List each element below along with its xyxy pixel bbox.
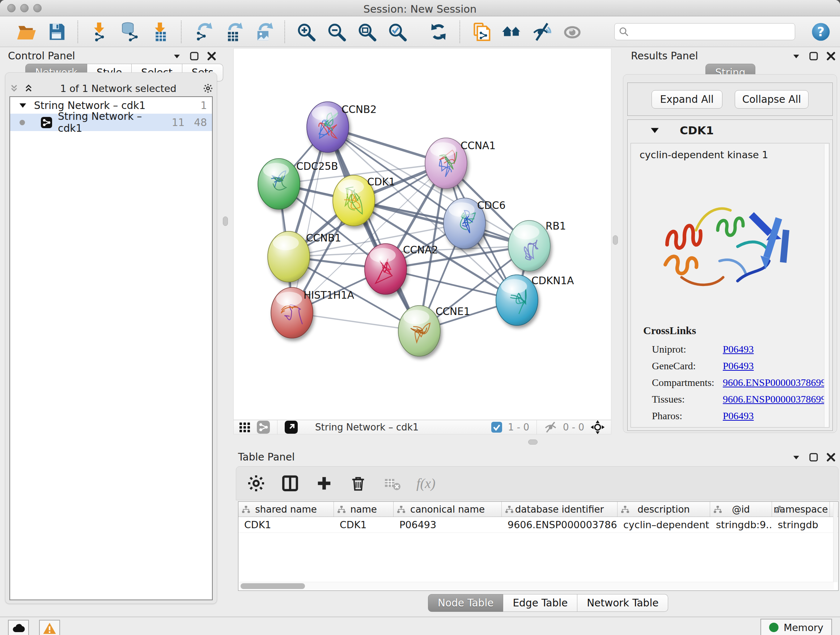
network-view-toolbar: String Network – cdk1 1 - 0 0 - 0 [233,420,611,434]
export-image-button[interactable] [252,21,275,43]
table-vertical-scrollbar[interactable] [833,502,837,582]
control-panel-menu-icon[interactable] [172,51,182,61]
zoom-out-icon [326,22,347,42]
network-node-hist1h1a[interactable]: HIST1H1A [271,287,354,338]
expand-all-networks-icon[interactable] [24,84,33,93]
column-header-description[interactable]: description [617,502,710,516]
node-label: CCNB1 [306,232,341,244]
results-scrollbar[interactable] [824,144,829,427]
collection-label: String Network – cdk1 [34,100,191,111]
new-network-from-selection-button[interactable] [470,21,493,43]
scrollbar-thumb[interactable] [240,583,305,589]
collapse-all-button[interactable]: Collapse All [735,90,809,109]
table-row[interactable]: CDK1CDK1P064939606.ENSP00000378699cyclin… [238,517,838,533]
crosslink-link[interactable]: 9606.ENSP00000378699 [723,394,826,405]
expand-all-button[interactable]: Expand All [652,90,722,109]
tab-node-table[interactable]: Node Table [428,594,503,612]
network-options-gear-icon[interactable] [203,84,213,93]
group-nodes-button[interactable] [500,21,523,43]
zoom-fit-button[interactable] [355,21,378,43]
table-panel-float-icon[interactable] [809,453,818,462]
selected-checkbox-icon[interactable] [491,422,502,432]
column-header-database-identifier[interactable]: database identifier [502,502,617,516]
column-header-namespace[interactable]: namespace [772,502,830,516]
column-header-canonical-name[interactable]: canonical name [393,502,502,516]
network-node-rb1[interactable]: RB1 [508,220,566,271]
crosslink-link[interactable]: P06493 [723,360,754,372]
network-node-cdc25b[interactable]: CDC25B [258,158,338,209]
table-panel-close-icon[interactable] [826,453,836,462]
left-splitter-grip[interactable] [223,217,228,226]
crosslink-link[interactable]: P06493 [723,410,754,422]
results-panel-float-icon[interactable] [809,51,818,61]
control-panel-title: Control Panel [8,50,75,62]
network-node-cdk1[interactable]: CDK1 [333,175,395,226]
save-session-button[interactable] [45,21,68,43]
network-node-cdkn1a[interactable]: CDKN1A [496,275,574,325]
node-gloss [513,225,539,239]
right-splitter-grip[interactable] [613,235,618,245]
network-node-count: 11 [172,117,185,128]
collection-expand-icon[interactable] [19,101,27,109]
network-node-ccne1[interactable]: CCNE1 [398,306,470,356]
show-all-button[interactable] [561,21,584,43]
crosslink-row: Tissues:9606.ENSP00000378699 [652,391,826,408]
refresh-layout-button[interactable] [427,21,450,43]
open-session-button[interactable] [15,21,37,43]
detach-view-icon[interactable] [285,421,298,434]
control-panel-close-icon[interactable] [207,51,216,61]
string-view-icon[interactable] [257,421,270,434]
table-horizontal-scrollbar[interactable] [239,582,834,590]
column-label: database identifier [515,504,604,515]
show-column-panel-icon[interactable] [280,473,300,493]
column-header-name[interactable]: name [334,502,393,516]
import-network-file-button[interactable] [88,21,111,43]
control-panel-float-icon[interactable] [189,51,199,61]
table-tabs: Node TableEdge TableNetwork Table [428,594,668,612]
results-panel-close-icon[interactable] [826,51,836,61]
table-cell: P06493 [393,517,502,532]
cloud-status-button[interactable] [8,620,29,635]
search-input[interactable] [614,23,795,40]
export-network-button[interactable] [191,21,214,43]
birdseye-navigate-icon[interactable] [590,420,605,435]
zoom-in-button[interactable] [295,21,317,43]
tab-network-table[interactable]: Network Table [577,594,668,612]
zoom-selected-button[interactable] [386,21,409,43]
protein-collapse-icon[interactable] [650,126,660,135]
network-node-cdc6[interactable]: CDC6 [444,198,505,249]
export-table-button[interactable] [222,21,244,43]
network-row-selected[interactable]: String Network – cdk1 11 48 [10,114,212,131]
network-node-ccnb2[interactable]: CCNB2 [307,102,377,152]
node-label: CDK1 [367,176,395,188]
table-panel-menu-icon[interactable] [791,453,801,462]
crosslink-link[interactable]: P06493 [723,344,754,355]
column-type-icon [621,505,630,515]
network-node-ccna1[interactable]: CCNA1 [425,138,496,188]
network-edge[interactable] [292,127,328,313]
network-edge-count: 48 [194,117,207,128]
table-settings-gear-icon[interactable] [246,473,266,493]
import-network-database-button[interactable] [118,21,141,43]
import-table-button[interactable] [149,21,171,43]
column-header-shared-name[interactable]: shared name [238,502,334,516]
column-header-id[interactable]: @id [710,502,772,516]
delete-column-trash-icon[interactable] [348,473,368,493]
tab-edge-table[interactable]: Edge Table [503,594,577,612]
delete-table-icon [382,473,402,493]
hide-selected-button[interactable] [531,21,553,43]
grid-view-icon[interactable] [239,421,251,433]
bottom-splitter-grip[interactable] [528,440,538,445]
node-table: shared namenamecanonical namedatabase id… [238,501,838,591]
crosslink-link[interactable]: 9606.ENSP00000378699 [723,377,826,388]
memory-button[interactable]: Memory [760,619,832,635]
results-panel-menu-icon[interactable] [791,51,801,61]
collapse-all-networks-icon[interactable] [9,84,19,93]
network-node-ccnb1[interactable]: CCNB1 [268,231,341,282]
network-canvas[interactable]: CCNB2CCNA1CDC25BCDK1CDC6RB1CCNB1CCNA2CDK… [233,48,611,420]
zoom-out-button[interactable] [325,21,347,43]
open-session-icon [16,22,36,42]
warning-status-button[interactable] [39,620,60,635]
help-button[interactable]: ? [810,21,832,43]
add-column-icon[interactable] [314,473,334,493]
